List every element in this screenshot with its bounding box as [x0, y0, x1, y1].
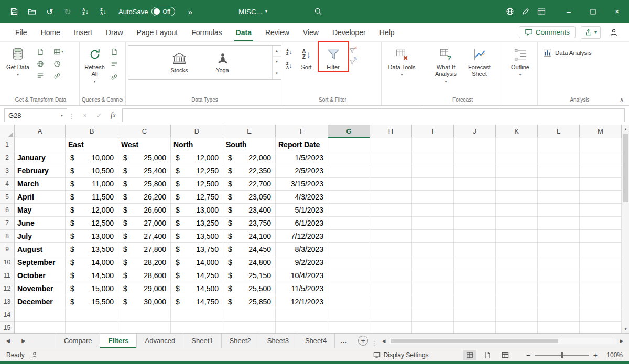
- row-header-1[interactable]: 1: [0, 138, 15, 151]
- cell-i7[interactable]: [412, 217, 454, 230]
- cell-i12[interactable]: [412, 282, 454, 295]
- column-header-d[interactable]: D: [171, 125, 223, 138]
- sheet-tab-sheet1[interactable]: Sheet1: [183, 334, 221, 348]
- cell-f8[interactable]: 7/12/2023: [276, 230, 328, 243]
- data-type-yoga[interactable]: Yoga: [215, 52, 230, 73]
- cell-g7[interactable]: [328, 217, 370, 230]
- cell-b6[interactable]: $12,000: [66, 204, 118, 217]
- cell-c12[interactable]: $29,000: [118, 282, 171, 295]
- redo-icon[interactable]: ↻: [60, 4, 75, 19]
- cell-h1[interactable]: [370, 138, 412, 151]
- from-table-range-icon[interactable]: ▾: [53, 47, 66, 57]
- column-header-a[interactable]: A: [15, 125, 66, 138]
- recent-sources-icon[interactable]: [53, 59, 66, 69]
- cell-c14[interactable]: [118, 308, 171, 322]
- cell-m12[interactable]: [580, 282, 622, 295]
- cell-m15[interactable]: [580, 322, 622, 333]
- row-header-15[interactable]: 15: [0, 322, 15, 333]
- cell-m2[interactable]: [580, 151, 622, 164]
- zoom-in-icon[interactable]: +: [593, 351, 598, 359]
- column-header-g[interactable]: G: [328, 125, 370, 138]
- cell-h3[interactable]: [370, 164, 412, 178]
- draw-pen-icon[interactable]: [518, 4, 534, 19]
- cell-f4[interactable]: 3/15/2023: [276, 178, 328, 191]
- normal-view-icon[interactable]: [463, 350, 476, 360]
- cell-g13[interactable]: [328, 295, 370, 308]
- sheet-nav-left-icon[interactable]: ◀: [0, 334, 16, 348]
- column-header-m[interactable]: M: [580, 125, 622, 138]
- column-header-e[interactable]: E: [223, 125, 276, 138]
- cell-a8[interactable]: July: [15, 230, 66, 243]
- qat-overflow-icon[interactable]: »: [182, 4, 198, 19]
- cell-h7[interactable]: [370, 217, 412, 230]
- sort-az-icon[interactable]: AZ↓: [78, 4, 93, 19]
- forecast-sheet-button[interactable]: Forecast Sheet: [464, 43, 495, 78]
- column-header-c[interactable]: C: [118, 125, 171, 138]
- display-settings-button[interactable]: Display Settings: [373, 351, 429, 359]
- cell-g8[interactable]: [328, 230, 370, 243]
- insert-function-icon[interactable]: fx: [108, 111, 118, 119]
- more-sheets-button[interactable]: ...: [335, 334, 353, 348]
- cell-k4[interactable]: [496, 178, 538, 191]
- cell-b7[interactable]: $12,500: [66, 217, 118, 230]
- cell-e10[interactable]: $24,800: [223, 256, 276, 269]
- cell-i4[interactable]: [412, 178, 454, 191]
- cell-l1[interactable]: [538, 138, 580, 151]
- cell-d6[interactable]: $13,000: [171, 204, 223, 217]
- cell-k9[interactable]: [496, 243, 538, 256]
- cell-h9[interactable]: [370, 243, 412, 256]
- column-header-h[interactable]: H: [370, 125, 412, 138]
- cell-f2[interactable]: 1/5/2023: [276, 151, 328, 164]
- cell-a4[interactable]: March: [15, 178, 66, 191]
- cell-i5[interactable]: [412, 191, 454, 204]
- cell-k12[interactable]: [496, 282, 538, 295]
- cell-a5[interactable]: April: [15, 191, 66, 204]
- cell-g5[interactable]: [328, 191, 370, 204]
- cell-d3[interactable]: $12,250: [171, 164, 223, 178]
- cell-h13[interactable]: [370, 295, 412, 308]
- cell-l10[interactable]: [538, 256, 580, 269]
- column-header-b[interactable]: B: [66, 125, 118, 138]
- filter-button[interactable]: Filter: [321, 43, 346, 71]
- add-sheet-icon[interactable]: +: [358, 336, 368, 346]
- cell-i1[interactable]: [412, 138, 454, 151]
- cell-l3[interactable]: [538, 164, 580, 178]
- sort-z-to-a-icon[interactable]: ZA↓: [286, 61, 292, 70]
- cell-k2[interactable]: [496, 151, 538, 164]
- vertical-scroll-thumb[interactable]: [623, 134, 628, 202]
- cell-a15[interactable]: [15, 322, 66, 333]
- ribbon-tab-formulas[interactable]: Formulas: [185, 23, 229, 41]
- cell-k7[interactable]: [496, 217, 538, 230]
- ribbon-tab-data[interactable]: Data: [229, 23, 258, 41]
- existing-connections-icon[interactable]: [53, 71, 66, 81]
- cell-e5[interactable]: $23,050: [223, 191, 276, 204]
- get-data-button[interactable]: Get Data ▾: [4, 43, 31, 78]
- cell-f11[interactable]: 10/4/2023: [276, 269, 328, 282]
- row-header-2[interactable]: 2: [0, 151, 15, 164]
- cell-i14[interactable]: [412, 308, 454, 322]
- cell-i10[interactable]: [412, 256, 454, 269]
- cell-e3[interactable]: $22,350: [223, 164, 276, 178]
- row-header-10[interactable]: 10: [0, 256, 15, 269]
- ribbon-tab-page-layout[interactable]: Page Layout: [130, 23, 185, 41]
- sheet-tab-sheet4[interactable]: Sheet4: [297, 334, 335, 348]
- cell-c2[interactable]: $25,000: [118, 151, 171, 164]
- ribbon-tab-file[interactable]: File: [8, 23, 34, 41]
- close-button[interactable]: ×: [605, 0, 629, 23]
- cell-m14[interactable]: [580, 308, 622, 322]
- clear-filter-icon[interactable]: ×: [349, 47, 356, 54]
- cell-g1[interactable]: [328, 138, 370, 151]
- undo-icon[interactable]: ↺: [42, 4, 58, 19]
- from-text-csv-icon[interactable]: [37, 47, 49, 57]
- cell-i15[interactable]: [412, 322, 454, 333]
- cell-g6[interactable]: [328, 204, 370, 217]
- cell-d9[interactable]: $13,750: [171, 243, 223, 256]
- cell-e7[interactable]: $23,750: [223, 217, 276, 230]
- sheet-tab-sheet3[interactable]: Sheet3: [259, 334, 297, 348]
- cell-e1[interactable]: South: [223, 138, 276, 151]
- zoom-out-icon[interactable]: −: [526, 351, 530, 359]
- cell-l12[interactable]: [538, 282, 580, 295]
- column-header-k[interactable]: K: [496, 125, 538, 138]
- globe-icon[interactable]: [502, 4, 518, 19]
- cell-j11[interactable]: [454, 269, 496, 282]
